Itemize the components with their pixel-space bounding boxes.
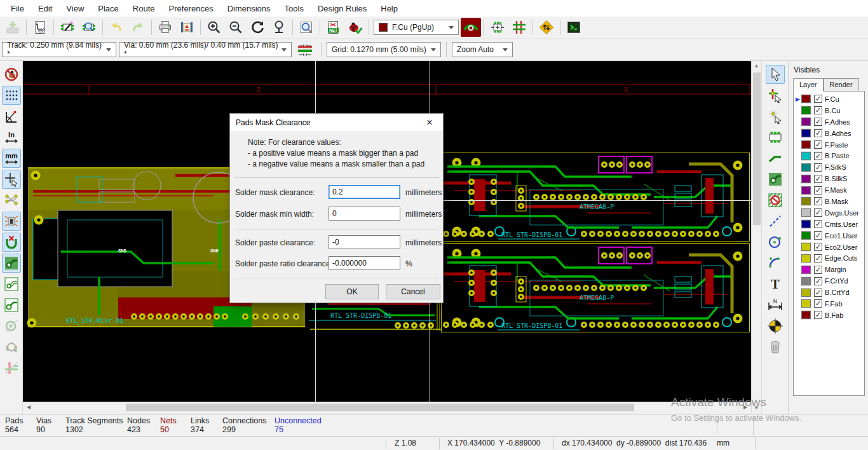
solder-paste-ratio-input[interactable]: [329, 256, 400, 270]
layer-color-swatch[interactable]: [801, 118, 811, 126]
python-console-button[interactable]: [563, 18, 585, 37]
add-track-button[interactable]: [766, 149, 785, 168]
zoom-in-button[interactable]: [203, 18, 225, 37]
layer-color-swatch[interactable]: [801, 129, 811, 137]
via-size-combo[interactable]: Via: 0.60 mm (23.6 mils)/ 0.40 mm (15.7 …: [119, 42, 292, 57]
layer-color-swatch[interactable]: [801, 254, 811, 262]
layer-row-Dwgs.User[interactable]: ✓Dwgs.User: [794, 207, 864, 219]
layer-color-swatch[interactable]: [801, 175, 811, 183]
swap-layers-button[interactable]: [536, 18, 557, 37]
layer-visibility-checkbox[interactable]: ✓: [814, 254, 822, 262]
layer-visibility-checkbox[interactable]: ✓: [814, 197, 822, 205]
zoom-combo[interactable]: Zoom Auto: [452, 42, 513, 57]
layer-color-swatch[interactable]: [801, 95, 811, 103]
find-button[interactable]: [295, 18, 317, 37]
ratsnest-lines-button[interactable]: [508, 18, 530, 37]
vias-sketch-button[interactable]: [2, 317, 21, 336]
footprint-viewer-button[interactable]: [78, 18, 100, 37]
horizontal-scroll-thumb[interactable]: [126, 404, 634, 411]
menu-place[interactable]: Place: [91, 0, 126, 17]
menu-dimensions[interactable]: Dimensions: [220, 0, 278, 17]
close-icon[interactable]: ×: [416, 114, 443, 131]
grid-size-combo[interactable]: Grid: 0.1270 mm (5.00 mils): [327, 42, 441, 57]
layer-color-swatch[interactable]: [801, 277, 811, 285]
layer-color-swatch[interactable]: [801, 186, 811, 194]
layer-visibility-checkbox[interactable]: ✓: [814, 95, 822, 103]
layer-row-F.Cu[interactable]: ▶✓F.Cu: [794, 93, 864, 105]
add-keepout-button[interactable]: [766, 191, 785, 210]
add-text-button[interactable]: T: [766, 275, 785, 294]
layer-visibility-checkbox[interactable]: ✓: [814, 299, 822, 308]
vertical-scroll-thumb[interactable]: [753, 72, 761, 225]
menu-edit[interactable]: Edit: [31, 0, 59, 17]
refresh-button[interactable]: [247, 18, 268, 37]
layer-selector-combo[interactable]: F.Cu (PgUp): [374, 20, 459, 35]
microwave-tools-button[interactable]: [2, 358, 21, 378]
drc-button[interactable]: [344, 18, 366, 37]
via-color-button[interactable]: [461, 18, 481, 37]
drc-off-button[interactable]: [2, 65, 21, 84]
tracks-sketch-button[interactable]: [2, 275, 21, 294]
layer-visibility-checkbox[interactable]: ✓: [814, 231, 822, 240]
delete-items-button[interactable]: [766, 338, 785, 357]
vertical-scrollbar[interactable]: ▲ ▼: [751, 61, 761, 413]
menu-help[interactable]: Help: [374, 0, 405, 17]
units-mm-button[interactable]: mm: [2, 149, 21, 168]
solder-paste-clearance-input[interactable]: [329, 235, 400, 249]
layer-color-swatch[interactable]: [801, 299, 811, 308]
layer-row-B.Adhes[interactable]: ✓B.Adhes: [794, 128, 864, 139]
ratsnest-visibility-button[interactable]: [2, 191, 21, 210]
layer-visibility-checkbox[interactable]: ✓: [814, 118, 822, 126]
layer-row-F.Adhes[interactable]: ✓F.Adhes: [794, 116, 864, 128]
scroll-left-icon[interactable]: ◀: [24, 402, 33, 412]
menu-file[interactable]: File: [4, 0, 31, 17]
layer-visibility-checkbox[interactable]: ✓: [814, 186, 822, 194]
high-contrast-button[interactable]: [2, 338, 21, 357]
dialog-titlebar[interactable]: Pads Mask Clearance ×: [230, 114, 443, 131]
auto-track-width-button[interactable]: [294, 40, 316, 59]
layer-color-swatch[interactable]: [801, 220, 811, 228]
add-circle-button[interactable]: [766, 233, 785, 252]
auto-track-delete-button[interactable]: [2, 233, 21, 252]
ratsnest-mode-button[interactable]: [487, 18, 508, 37]
menu-view[interactable]: View: [59, 0, 91, 17]
layer-row-B.CrtYd[interactable]: ✓B.CrtYd: [794, 287, 864, 298]
sheet-settings-button[interactable]: [29, 18, 51, 37]
tab-layer[interactable]: Layer: [793, 78, 824, 92]
layer-color-swatch[interactable]: [801, 311, 811, 319]
layer-row-B.Fab[interactable]: ✓B.Fab: [794, 310, 864, 321]
layer-visibility-checkbox[interactable]: ✓: [814, 266, 822, 274]
layer-visibility-checkbox[interactable]: ✓: [814, 152, 822, 160]
layer-row-F.Mask[interactable]: ✓F.Mask: [794, 184, 864, 196]
module-ratsnest-button[interactable]: [2, 212, 21, 231]
layer-color-swatch[interactable]: [801, 289, 811, 297]
cursor-shape-button[interactable]: [2, 170, 21, 189]
menu-design-rules[interactable]: Design Rules: [311, 0, 374, 17]
solder-mask-min-width-input[interactable]: [329, 207, 400, 221]
units-inches-button[interactable]: In: [2, 128, 21, 147]
layer-row-F.CrtYd[interactable]: ✓F.CrtYd: [794, 275, 864, 287]
layer-color-swatch[interactable]: [801, 231, 811, 240]
highlight-net-button[interactable]: [766, 86, 785, 105]
layer-visibility-checkbox[interactable]: ✓: [814, 129, 822, 137]
layer-color-swatch[interactable]: [801, 152, 811, 160]
cancel-button[interactable]: Cancel: [386, 284, 440, 299]
select-arrow-button[interactable]: [766, 65, 785, 84]
layer-row-Margin[interactable]: ✓Margin: [794, 264, 864, 275]
layer-visibility-checkbox[interactable]: ✓: [814, 175, 822, 183]
scroll-up-icon[interactable]: ▲: [752, 61, 761, 71]
layer-color-swatch[interactable]: [801, 208, 811, 217]
read-netlist-button[interactable]: NET: [323, 18, 344, 37]
solder-mask-clearance-input[interactable]: [329, 185, 400, 199]
zoom-fit-button[interactable]: [268, 18, 290, 37]
local-ratsnest-button[interactable]: [766, 107, 785, 126]
layer-color-swatch[interactable]: [801, 140, 811, 149]
print-button[interactable]: [154, 18, 176, 37]
menu-preferences[interactable]: Preferences: [162, 0, 220, 17]
layer-visibility-checkbox[interactable]: ✓: [814, 289, 822, 297]
redo-button[interactable]: [127, 18, 149, 37]
layer-row-B.SilkS[interactable]: ✓B.SilkS: [794, 173, 864, 184]
add-dimension-button[interactable]: N: [766, 296, 785, 315]
layer-visibility-checkbox[interactable]: ✓: [814, 140, 822, 149]
layer-row-Edge.Cuts[interactable]: ✓Edge.Cuts: [794, 252, 864, 264]
